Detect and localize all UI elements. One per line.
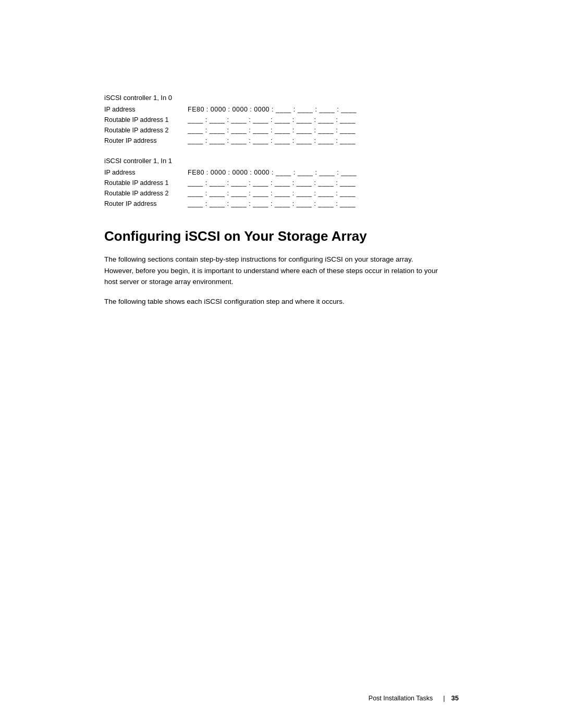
controller1-value-3: ____ : ____ : ____ : ____ : ____ : ____ … [188, 137, 356, 144]
page-container: iSCSI controller 1, In 0 IP address FE80… [0, 0, 563, 728]
controller1-row-1: Routable IP address 1 ____ : ____ : ____… [104, 116, 459, 124]
controller1-label-1: Routable IP address 1 [104, 116, 188, 124]
controller1-section: iSCSI controller 1, In 0 IP address FE80… [104, 94, 459, 144]
section-heading: Configuring iSCSI on Your Storage Array [104, 228, 459, 244]
body-paragraph-2: The following table shows each iSCSI con… [104, 296, 443, 307]
controller1-value-0: FE80 : 0000 : 0000 : 0000 : ____ : ____ … [188, 106, 357, 113]
controller1-label-2: Routable IP address 2 [104, 127, 188, 134]
controller2-title: iSCSI controller 1, In 1 [104, 157, 459, 165]
page-footer: Post Installation Tasks | 35 [0, 694, 563, 702]
controller2-value-0: FE80 : 0000 : 0000 : 0000 : ____ : ____ … [188, 169, 357, 176]
controller2-value-2: ____ : ____ : ____ : ____ : ____ : ____ … [188, 190, 356, 197]
controller1-title: iSCSI controller 1, In 0 [104, 94, 459, 102]
controller2-section: iSCSI controller 1, In 1 IP address FE80… [104, 157, 459, 207]
controller1-row-2: Routable IP address 2 ____ : ____ : ____… [104, 127, 459, 134]
controller2-label-3: Router IP address [104, 200, 188, 207]
controller1-row-3: Router IP address ____ : ____ : ____ : _… [104, 137, 459, 144]
controller2-row-1: Routable IP address 1 ____ : ____ : ____… [104, 179, 459, 187]
footer-divider: | [443, 695, 445, 702]
controller2-row-3: Router IP address ____ : ____ : ____ : _… [104, 200, 459, 207]
controller2-label-0: IP address [104, 169, 188, 176]
controller1-value-2: ____ : ____ : ____ : ____ : ____ : ____ … [188, 127, 356, 134]
controller1-label-0: IP address [104, 106, 188, 113]
controller1-label-3: Router IP address [104, 137, 188, 144]
footer-label: Post Installation Tasks [369, 695, 433, 702]
controller2-label-2: Routable IP address 2 [104, 190, 188, 197]
controller2-row-0: IP address FE80 : 0000 : 0000 : 0000 : _… [104, 169, 459, 176]
body-paragraph-1: The following sections contain step-by-s… [104, 254, 443, 288]
controller2-value-1: ____ : ____ : ____ : ____ : ____ : ____ … [188, 179, 356, 187]
controller1-value-1: ____ : ____ : ____ : ____ : ____ : ____ … [188, 116, 356, 124]
controller1-row-0: IP address FE80 : 0000 : 0000 : 0000 : _… [104, 106, 459, 113]
footer-page-number: 35 [451, 694, 459, 702]
controller2-label-1: Routable IP address 1 [104, 179, 188, 187]
controller2-row-2: Routable IP address 2 ____ : ____ : ____… [104, 190, 459, 197]
controller2-value-3: ____ : ____ : ____ : ____ : ____ : ____ … [188, 200, 356, 207]
